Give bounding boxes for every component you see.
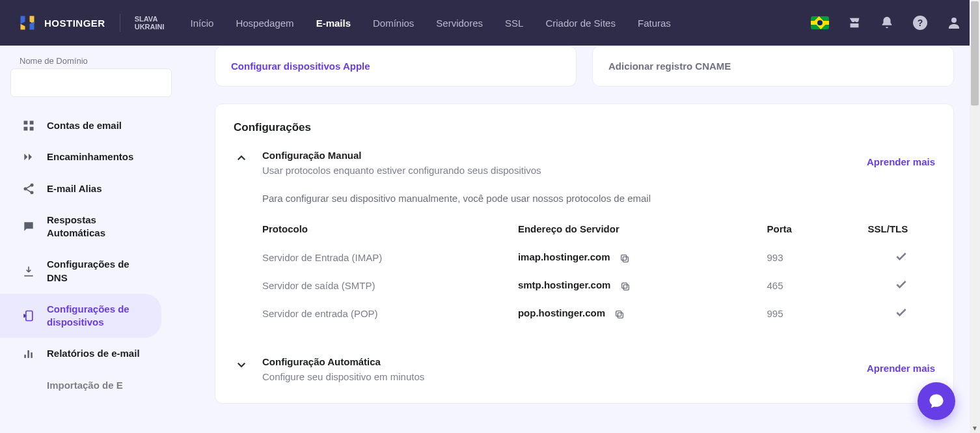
cell-addr: smtp.hostinger.com: [518, 272, 767, 300]
sidebar-item-label: Contas de email: [47, 119, 122, 132]
nav-ssl[interactable]: SSL: [505, 18, 523, 29]
accordion-manual-body: Para configurar seu dispositivo manualme…: [234, 176, 935, 334]
chat-icon: [22, 220, 35, 233]
table-row: Servidor de saída (SMTP) smtp.hostinger.…: [262, 272, 935, 300]
slava-line1: SLAVA: [135, 15, 165, 23]
svg-point-2: [951, 18, 957, 23]
sidebar-item-encaminhamentos[interactable]: Encaminhamentos: [0, 141, 161, 173]
nav-emails[interactable]: E-mails: [316, 18, 351, 29]
quickcard-apple[interactable]: Configurar dispositivos Apple: [215, 46, 577, 87]
accordion-manual: Configuração Manual Usar protocolos enqu…: [234, 150, 935, 334]
sidebar-item-label: Encaminhamentos: [47, 150, 133, 163]
cell-ssl: [868, 244, 935, 272]
accordion-manual-sub: Usar protocolos enquanto estiver configu…: [262, 165, 854, 176]
copy-icon[interactable]: [614, 309, 625, 320]
nav-hospedagem[interactable]: Hospedagem: [236, 18, 293, 29]
help-icon[interactable]: ?: [912, 15, 928, 31]
accordion-auto-header[interactable]: Configuração Automática Configure seu di…: [234, 356, 935, 382]
copy-icon[interactable]: [619, 253, 630, 264]
protocol-table: Protocolo Endereço do Servidor Porta SSL…: [262, 218, 935, 328]
accordion-manual-title: Configuração Manual: [262, 150, 854, 161]
domain-select[interactable]: [10, 68, 172, 97]
cell-ssl: [868, 300, 935, 328]
sidebar-item-label: Importação de E: [47, 379, 123, 392]
cell-addr: imap.hostinger.com: [518, 244, 767, 272]
slava-line2: UKRAINI: [135, 23, 165, 31]
store-icon[interactable]: [847, 16, 862, 30]
sidebar-item-dns[interactable]: Configurações de DNS: [0, 249, 161, 294]
cell-proto: Servidor de entrada (POP): [262, 300, 518, 328]
account-icon[interactable]: [946, 15, 962, 31]
col-proto: Protocolo: [262, 218, 518, 244]
cell-port: 995: [767, 300, 867, 328]
nav-criador[interactable]: Criador de Sites: [545, 18, 616, 29]
chat-widget[interactable]: [918, 382, 955, 420]
table-row: Servidor de Entrada (IMAP) imap.hostinge…: [262, 244, 935, 272]
svg-rect-10: [621, 283, 627, 288]
cell-proto: Servidor de Entrada (IMAP): [262, 244, 518, 272]
locale-flag-icon[interactable]: [811, 16, 829, 29]
svg-rect-9: [623, 285, 629, 290]
svg-rect-6: [26, 311, 33, 321]
copy-icon[interactable]: [620, 281, 631, 292]
sidebar-item-alias[interactable]: E-mail Alias: [0, 173, 161, 204]
nav-faturas[interactable]: Faturas: [638, 18, 671, 29]
device-icon: [22, 309, 35, 322]
bell-icon[interactable]: [880, 16, 894, 30]
svg-rect-11: [618, 313, 623, 318]
cell-port: 993: [767, 244, 867, 272]
sidebar-item-contas[interactable]: Contas de email: [0, 110, 161, 141]
cell-ssl: [868, 272, 935, 300]
grid-icon: [22, 119, 35, 132]
col-ssl: SSL/TLS: [868, 218, 935, 244]
sidebar-item-label: Configurações de DNS: [47, 258, 152, 285]
cell-proto: Servidor de saída (SMTP): [262, 272, 518, 300]
sidebar-item-relatorios[interactable]: Relatórios de e-mail: [0, 338, 161, 369]
download-icon: [22, 265, 35, 278]
chevron-down-icon: [234, 356, 249, 370]
accordion-auto: Configuração Automática Configure seu di…: [234, 356, 935, 382]
quickcard-cname: Adicionar registro CNAME: [592, 46, 954, 87]
page-scrollbar[interactable]: ▲ ▼: [970, 0, 980, 433]
manual-intro: Para configurar seu dispositivo manualme…: [262, 193, 935, 204]
brand-block[interactable]: HOSTINGER: [18, 14, 120, 32]
svg-rect-8: [621, 255, 626, 260]
sidebar: Nome de Domínio Contas de email Encaminh…: [0, 46, 182, 433]
sidebar-item-label: Respostas Automáticas: [47, 214, 152, 240]
nav-dominios[interactable]: Domínios: [373, 18, 414, 29]
addr-text: smtp.hostinger.com: [518, 279, 611, 290]
brand-name: HOSTINGER: [44, 18, 105, 29]
col-addr: Endereço do Servidor: [518, 218, 767, 244]
learn-more-auto[interactable]: Aprender mais: [867, 356, 935, 374]
hostinger-logo-icon: [18, 14, 36, 32]
svg-rect-7: [623, 257, 628, 262]
sidebar-item-label: E-mail Alias: [47, 182, 102, 195]
scroll-thumb[interactable]: [971, 1, 979, 105]
header-actions: ?: [811, 15, 962, 31]
share-icon: [22, 182, 35, 195]
chat-bubble-icon: [927, 392, 946, 410]
accordion-auto-sub: Configure seu dispositivo em minutos: [262, 371, 854, 382]
sidebar-item-dispositivos[interactable]: Configurações de dispositivos: [0, 294, 161, 339]
cell-addr: pop.hostinger.com: [518, 300, 767, 328]
nav-servidores[interactable]: Servidores: [436, 18, 483, 29]
scroll-down-icon[interactable]: ▼: [970, 423, 980, 433]
check-icon: [895, 310, 908, 321]
check-icon: [895, 282, 908, 293]
sidebar-item-label: Configurações de dispositivos: [47, 303, 152, 329]
top-header: HOSTINGER SLAVA UKRAINI Início Hospedage…: [0, 0, 980, 46]
cell-port: 465: [767, 272, 867, 300]
sidebar-item-respostas[interactable]: Respostas Automáticas: [0, 204, 161, 249]
panel-heading: Configurações: [234, 121, 935, 134]
accordion-manual-header[interactable]: Configuração Manual Usar protocolos enqu…: [234, 150, 935, 176]
main-nav: Início Hospedagem E-mails Domínios Servi…: [191, 18, 671, 29]
table-row: Servidor de entrada (POP) pop.hostinger.…: [262, 300, 935, 328]
chevron-up-icon: [234, 150, 249, 164]
addr-text: pop.hostinger.com: [518, 307, 605, 318]
learn-more-manual[interactable]: Aprender mais: [867, 150, 935, 167]
nav-inicio[interactable]: Início: [191, 18, 214, 29]
forward-icon: [22, 150, 35, 163]
col-port: Porta: [767, 218, 867, 244]
sidebar-item-importacao[interactable]: Importação de E: [0, 370, 161, 401]
check-icon: [895, 254, 908, 265]
